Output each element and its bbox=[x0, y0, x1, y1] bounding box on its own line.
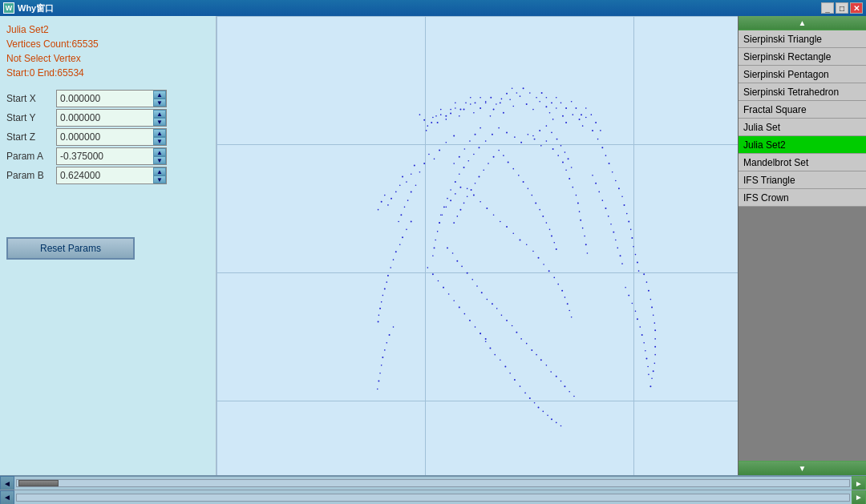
svg-point-311 bbox=[546, 97, 548, 99]
scroll-right2-button[interactable]: ► bbox=[852, 490, 866, 505]
list-item-ifs-triangle[interactable]: IFS Triangle bbox=[739, 171, 866, 189]
svg-point-56 bbox=[601, 147, 603, 148]
horizontal-scrollbar: ◄ ► bbox=[0, 475, 866, 490]
param-input-param-b[interactable] bbox=[57, 167, 153, 183]
h-scroll-track[interactable] bbox=[16, 479, 850, 487]
list-item-sierpinski-rectangle[interactable]: Sierpinski Rectangle bbox=[739, 48, 866, 66]
scroll-left2-button[interactable]: ◄ bbox=[0, 490, 14, 505]
svg-point-238 bbox=[546, 222, 548, 224]
svg-point-46 bbox=[402, 176, 403, 178]
spin-down-start-y[interactable]: ▼ bbox=[153, 118, 166, 126]
svg-point-323 bbox=[512, 87, 513, 89]
spin-up-param-a[interactable]: ▲ bbox=[153, 148, 166, 156]
param-rows: Start X ▲ ▼ Start Y ▲ ▼ Start Z bbox=[6, 90, 209, 186]
svg-point-71 bbox=[638, 270, 640, 272]
svg-point-302 bbox=[645, 350, 646, 352]
svg-point-245 bbox=[488, 163, 489, 164]
svg-point-61 bbox=[618, 187, 620, 189]
scroll-left-button[interactable]: ◄ bbox=[0, 476, 14, 490]
svg-point-171 bbox=[650, 299, 652, 300]
spin-down-param-b[interactable]: ▼ bbox=[153, 175, 166, 183]
svg-point-136 bbox=[569, 391, 570, 393]
spin-up-param-b[interactable]: ▲ bbox=[153, 167, 166, 175]
svg-point-182 bbox=[650, 385, 651, 387]
list-item-ifs-crown[interactable]: IFS Crown bbox=[739, 189, 866, 207]
svg-point-20 bbox=[585, 117, 587, 119]
list-item-julia-set[interactable]: Julia Set bbox=[739, 119, 866, 136]
svg-point-249 bbox=[471, 189, 472, 191]
svg-point-269 bbox=[615, 240, 617, 241]
svg-point-207 bbox=[446, 207, 447, 208]
minimize-button[interactable]: _ bbox=[821, 2, 834, 14]
svg-point-73 bbox=[514, 136, 516, 138]
svg-point-35 bbox=[419, 114, 421, 115]
svg-point-241 bbox=[553, 242, 555, 244]
svg-point-131 bbox=[546, 365, 548, 366]
spin-up-start-y[interactable]: ▲ bbox=[153, 110, 166, 118]
spin-down-start-z[interactable]: ▼ bbox=[153, 137, 166, 145]
svg-point-167 bbox=[378, 321, 379, 323]
svg-point-16 bbox=[572, 114, 573, 115]
spin-up-start-x[interactable]: ▲ bbox=[153, 91, 166, 99]
svg-point-315 bbox=[565, 107, 567, 109]
param-input-start-y[interactable] bbox=[57, 110, 153, 126]
svg-point-334 bbox=[455, 103, 456, 104]
svg-point-55 bbox=[597, 139, 599, 140]
param-input-param-a[interactable] bbox=[57, 148, 153, 164]
svg-point-209 bbox=[439, 222, 440, 224]
svg-point-235 bbox=[535, 202, 536, 204]
svg-point-67 bbox=[631, 237, 633, 239]
h-scroll2-track[interactable] bbox=[16, 494, 850, 502]
list-item-sierpinski-triangle[interactable]: Sierpinski Triangle bbox=[739, 30, 866, 48]
svg-point-34 bbox=[423, 119, 425, 121]
svg-point-336 bbox=[445, 115, 447, 117]
svg-point-4 bbox=[490, 115, 492, 117]
svg-point-172 bbox=[651, 306, 653, 308]
svg-point-169 bbox=[646, 281, 648, 283]
svg-point-317 bbox=[576, 107, 577, 109]
svg-point-64 bbox=[626, 213, 628, 215]
svg-point-48 bbox=[395, 192, 397, 193]
svg-point-38 bbox=[439, 150, 440, 151]
svg-point-312 bbox=[551, 102, 552, 103]
list-item-julia-set2[interactable]: Julia Set2 bbox=[739, 136, 866, 154]
svg-point-154 bbox=[406, 229, 407, 231]
spin-down-start-x[interactable]: ▼ bbox=[153, 99, 166, 107]
svg-point-95 bbox=[485, 140, 487, 142]
svg-point-322 bbox=[600, 130, 601, 131]
svg-point-191 bbox=[519, 240, 520, 241]
svg-point-292 bbox=[480, 333, 481, 335]
svg-point-248 bbox=[475, 183, 476, 184]
svg-point-321 bbox=[595, 122, 597, 123]
svg-point-265 bbox=[605, 208, 606, 209]
list-scroll-down-button[interactable]: ▼ bbox=[739, 461, 866, 475]
svg-point-109 bbox=[434, 247, 435, 248]
list-item-fractal-square[interactable]: Fractal Square bbox=[739, 101, 866, 119]
close-button[interactable]: ✕ bbox=[850, 2, 863, 14]
svg-point-283 bbox=[432, 273, 434, 275]
spin-down-param-a[interactable]: ▼ bbox=[153, 156, 166, 164]
spin-up-start-z[interactable]: ▲ bbox=[153, 129, 166, 137]
scroll-right-button[interactable]: ► bbox=[852, 476, 866, 490]
list-item-sierpinski-pentagon[interactable]: Sierpinski Pentagon bbox=[739, 66, 866, 83]
svg-point-119 bbox=[487, 299, 488, 300]
list-scroll-up-button[interactable]: ▲ bbox=[739, 16, 866, 30]
svg-point-266 bbox=[608, 216, 609, 217]
h-scroll-thumb[interactable] bbox=[18, 480, 59, 486]
param-input-start-x[interactable] bbox=[57, 91, 153, 107]
svg-point-160 bbox=[387, 275, 389, 276]
horizontal-scrollbar-2: ◄ ► bbox=[0, 490, 866, 504]
svg-point-239 bbox=[549, 229, 551, 231]
svg-point-22 bbox=[480, 107, 481, 109]
svg-point-134 bbox=[560, 381, 562, 382]
svg-point-90 bbox=[584, 236, 585, 237]
svg-point-151 bbox=[459, 156, 460, 158]
list-item-sierpinski-tetrahedron[interactable]: Sierpinski Tetrahedron bbox=[739, 83, 866, 101]
svg-point-32 bbox=[432, 117, 434, 119]
maximize-button[interactable]: □ bbox=[836, 2, 848, 14]
param-input-start-z[interactable] bbox=[57, 129, 153, 145]
reset-params-button[interactable]: Reset Params bbox=[6, 237, 135, 260]
list-item-mandelbrot-set[interactable]: Mandelbrot Set bbox=[739, 154, 866, 171]
svg-point-333 bbox=[459, 109, 461, 111]
svg-point-114 bbox=[461, 266, 463, 268]
